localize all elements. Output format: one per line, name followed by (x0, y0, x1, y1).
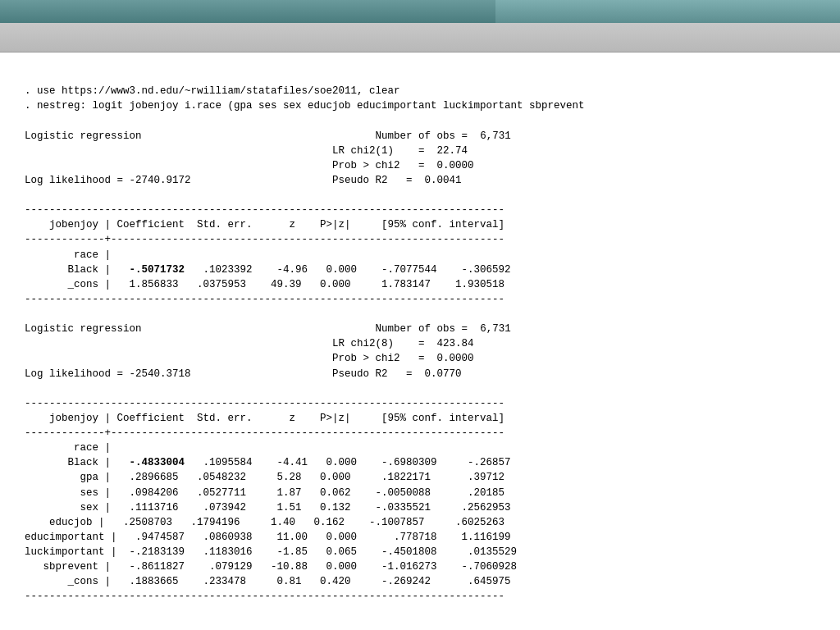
reg2-row-6: educimportant | .9474587 .0860938 11.00 … (25, 532, 511, 543)
content-area: . use https://www3.nd.edu/~rwilliam/stat… (0, 52, 840, 630)
reg2-loglik: Log likelihood = -2540.3718 (25, 368, 191, 380)
reg2-row-7: luckimportant | -.2183139 .1183016 -1.85… (25, 546, 517, 558)
reg2-prob-label: Prob > chi2 (332, 353, 400, 364)
reg2-col-sep: -------------+--------------------------… (25, 427, 504, 439)
reg2-row-1: Black | -.4833004 .1095584 -4.41 0.000 -… (25, 457, 511, 468)
title-bar (0, 0, 840, 23)
title-bar-accent (495, 0, 840, 23)
reg2-footer: ----------------------------------------… (25, 591, 504, 602)
reg1-type: Logistic regression (25, 130, 142, 142)
reg2-row-4: sex | .1113716 .073942 1.51 0.132 -.0335… (25, 502, 511, 514)
reg1-row-1: Black | -.5071732 .1023392 -4.96 0.000 -… (25, 264, 511, 276)
reg2-row-8: sbprevent | -.8611827 .079129 -10.88 0.0… (25, 561, 517, 573)
toolbar (0, 23, 840, 52)
reg2-nobs-label: Number of obs (376, 323, 456, 335)
reg2-row-0: race | (25, 442, 111, 454)
reg2-col-header: jobenjoy | Coefficient Std. err. z P>|z|… (25, 413, 504, 424)
reg1-nobs-val: 6,731 (480, 130, 511, 142)
reg2-nobs-val: 6,731 (480, 323, 511, 335)
reg2-pseudo-label: Pseudo R2 (332, 368, 388, 380)
command-line-1: . use https://www3.nd.edu/~rwilliam/stat… (25, 85, 400, 97)
reg1-pseudo-val: 0.0041 (425, 175, 462, 186)
command-line-2: . nestreg: logit jobenjoy i.race (gpa se… (25, 100, 585, 112)
reg2-row-3: ses | .0984206 .0527711 1.87 0.062 -.005… (25, 487, 504, 499)
reg2-lr-label: LR chi2(8) (332, 338, 394, 349)
reg1-lr-label: LR chi2(1) (332, 145, 394, 157)
reg2-row-9: _cons | .1883665 .233478 0.81 0.420 -.26… (25, 576, 511, 587)
window: . use https://www3.nd.edu/~rwilliam/stat… (0, 0, 840, 630)
reg1-row-0: race | (25, 249, 111, 261)
reg1-header-sep: ----------------------------------------… (25, 204, 504, 216)
reg1-lr-val: 22.74 (437, 145, 468, 157)
reg2-pseudo-val: 0.0770 (425, 368, 462, 380)
reg1-col-sep: -------------+--------------------------… (25, 234, 504, 245)
reg1-loglik: Log likelihood = -2740.9172 (25, 175, 191, 186)
reg1-pseudo-label: Pseudo R2 (332, 175, 388, 186)
reg2-header-sep: ----------------------------------------… (25, 398, 504, 409)
reg1-nobs-label: Number of obs (376, 130, 456, 142)
reg1-col-header: jobenjoy | Coefficient Std. err. z P>|z|… (25, 219, 504, 231)
terminal-output: . use https://www3.nd.edu/~rwilliam/stat… (25, 69, 815, 619)
reg2-lr-val: 423.84 (437, 338, 474, 349)
reg2-type: Logistic regression (25, 323, 142, 335)
reg1-prob-label: Prob > chi2 (332, 160, 400, 171)
reg1-row-2: _cons | 1.856833 .0375953 49.39 0.000 1.… (25, 279, 504, 290)
reg2-prob-val: 0.0000 (437, 353, 474, 364)
reg1-prob-val: 0.0000 (437, 160, 474, 171)
reg1-footer: ----------------------------------------… (25, 294, 504, 305)
reg2-row-2: gpa | .2896685 .0548232 5.28 0.000 .1822… (25, 472, 504, 483)
reg2-row-5: educjob | .2508703 .1794196 1.40 0.162 -… (25, 517, 504, 528)
